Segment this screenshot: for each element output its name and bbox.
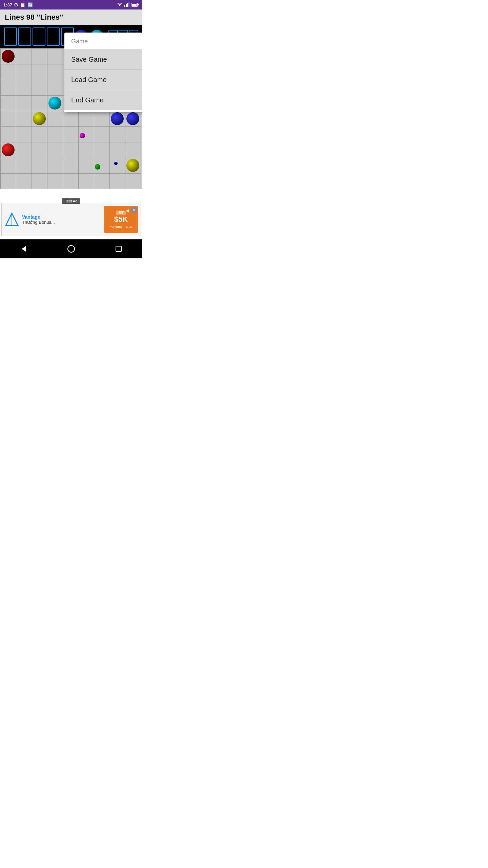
load-game-button[interactable]: Load Game [64, 70, 142, 90]
cell-6-7[interactable] [110, 142, 125, 158]
cell-7-1[interactable] [16, 158, 32, 174]
cell-7-5[interactable] [79, 158, 94, 174]
cell-8-4[interactable] [63, 174, 79, 189]
cell-4-6[interactable] [94, 111, 110, 127]
digit-2 [33, 27, 45, 46]
svg-rect-3 [128, 2, 129, 7]
cell-1-3[interactable] [47, 64, 63, 80]
cell-7-2[interactable] [32, 158, 47, 174]
sim-icon: 📋 [20, 2, 25, 7]
cell-6-5[interactable] [79, 142, 94, 158]
cell-2-3[interactable] [47, 80, 63, 96]
ball-blue-4-8[interactable] [126, 112, 139, 125]
cell-7-0[interactable] [1, 158, 16, 174]
ad-promo: Thưởng Bonus... [22, 220, 101, 225]
ball-darkred-0-0[interactable] [2, 50, 15, 63]
battery-icon [131, 3, 139, 7]
svg-rect-6 [138, 4, 139, 5]
digit-3 [47, 27, 60, 46]
cell-1-2[interactable] [32, 64, 47, 80]
cell-5-4[interactable] [63, 127, 79, 142]
cell-1-1[interactable] [16, 64, 32, 80]
ad-container: Test Ad Vantage Thưởng Bonus... × USD $5… [1, 203, 141, 236]
cell-8-7[interactable] [110, 174, 125, 189]
ball-cyan-3-3[interactable] [48, 97, 61, 110]
cell-4-3[interactable] [47, 111, 63, 127]
cell-3-2[interactable] [32, 96, 47, 111]
cell-2-1[interactable] [16, 80, 32, 96]
recent-icon [115, 245, 122, 253]
cell-4-5[interactable] [79, 111, 94, 127]
svg-rect-2 [127, 3, 128, 7]
ad-logo-text: Vantage [22, 214, 101, 220]
status-bar: 1:37 G 📋 🔄 [0, 0, 142, 9]
cell-6-4[interactable] [63, 142, 79, 158]
recents-button[interactable] [110, 240, 127, 257]
nav-bar [0, 239, 142, 258]
cell-8-0[interactable] [1, 174, 16, 189]
cell-5-2[interactable] [32, 127, 47, 142]
title-bar: Lines 98 "Lines" [0, 9, 142, 25]
cell-5-7[interactable] [110, 127, 125, 142]
ball-blue-4-7[interactable] [111, 112, 124, 125]
svg-marker-10 [22, 246, 26, 252]
cell-6-2[interactable] [32, 142, 47, 158]
cell-6-3[interactable] [47, 142, 63, 158]
cell-8-6[interactable] [94, 174, 110, 189]
cell-1-0[interactable] [1, 64, 16, 80]
cell-4-0[interactable] [1, 111, 16, 127]
game-dropdown-menu: Game Save Game Load Game End Game [64, 33, 142, 112]
wifi-icon [117, 2, 123, 7]
back-icon [20, 245, 28, 253]
cell-6-6[interactable] [94, 142, 110, 158]
cell-5-6[interactable] [94, 127, 110, 142]
cell-8-1[interactable] [16, 174, 32, 189]
cell-0-1[interactable] [16, 49, 32, 64]
cell-6-8[interactable] [125, 142, 141, 158]
cell-7-7[interactable] [110, 158, 125, 174]
ad-right-image[interactable]: × USD $5K *Áp dụng T & Cs [104, 206, 138, 233]
cell-8-3[interactable] [47, 174, 63, 189]
cell-5-8[interactable] [125, 127, 141, 142]
ball-magenta-5-5[interactable] [80, 133, 85, 138]
ball-red-6-0[interactable] [2, 143, 15, 156]
ad-close-button[interactable]: × [131, 207, 137, 213]
cell-2-0[interactable] [1, 80, 16, 96]
back-button[interactable] [15, 240, 32, 257]
ball-yellow-4-2[interactable] [33, 112, 46, 125]
cell-6-1[interactable] [16, 142, 32, 158]
cell-8-2[interactable] [32, 174, 47, 189]
svg-rect-1 [126, 4, 127, 7]
cell-8-5[interactable] [79, 174, 94, 189]
home-icon [67, 245, 75, 253]
vantage-logo [4, 212, 19, 227]
cell-3-0[interactable] [1, 96, 16, 111]
status-time: 1:37 [3, 2, 12, 7]
ad-fine-print: *Áp dụng T & Cs [109, 225, 133, 229]
cell-0-2[interactable] [32, 49, 47, 64]
cell-7-3[interactable] [47, 158, 63, 174]
svg-point-11 [68, 245, 75, 252]
google-icon: G [14, 2, 18, 7]
ad-arrow-icon [124, 208, 130, 214]
digit-0 [4, 27, 17, 46]
cell-3-1[interactable] [16, 96, 32, 111]
save-game-button[interactable]: Save Game [64, 50, 142, 70]
cell-8-8[interactable] [125, 174, 141, 189]
ball-green-6-6[interactable] [95, 164, 100, 170]
cell-7-4[interactable] [63, 158, 79, 174]
cell-5-0[interactable] [1, 127, 16, 142]
svg-rect-12 [116, 246, 121, 252]
end-game-button[interactable]: End Game [64, 90, 142, 110]
cell-2-2[interactable] [32, 80, 47, 96]
cell-4-4[interactable] [63, 111, 79, 127]
ball-navy-7-7[interactable] [114, 162, 118, 165]
cell-5-3[interactable] [47, 127, 63, 142]
cell-4-1[interactable] [16, 111, 32, 127]
svg-rect-5 [132, 4, 137, 6]
ball-yellow-7-8[interactable] [126, 159, 139, 172]
ad-badge: Test Ad [62, 198, 80, 204]
home-button[interactable] [63, 240, 80, 257]
cell-0-3[interactable] [47, 49, 63, 64]
cell-5-1[interactable] [16, 127, 32, 142]
